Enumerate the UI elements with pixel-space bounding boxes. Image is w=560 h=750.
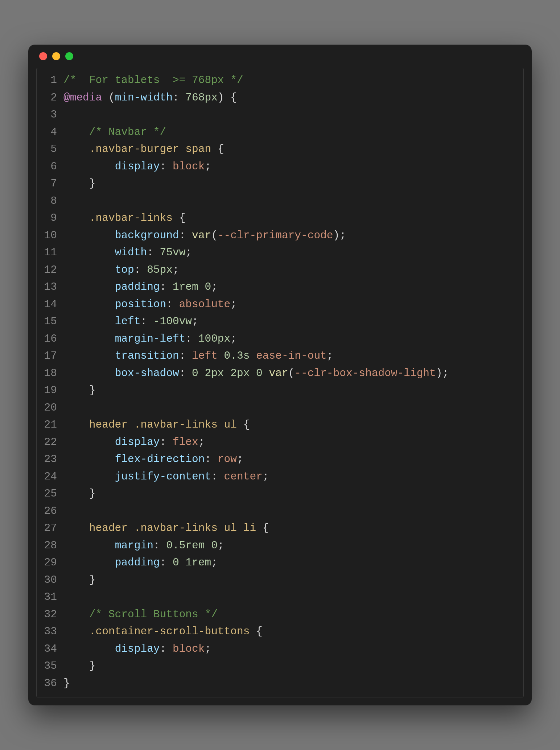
line-number: 26 [38,503,57,520]
code-content: } [63,382,518,399]
code-content: .container-scroll-buttons { [63,623,518,640]
code-line: 10 background: var(--clr-primary-code); [38,227,518,244]
code-content: } [63,175,518,193]
code-line: 31 [38,589,518,606]
line-number: 21 [38,416,57,434]
code-line: 21 header .navbar-links ul { [38,416,518,434]
titlebar [28,45,532,68]
line-number: 27 [38,520,57,537]
line-number: 15 [38,313,57,330]
code-line: 22 display: flex; [38,434,518,451]
code-content: width: 75vw; [63,244,518,261]
code-content: margin: 0.5rem 0; [63,537,518,555]
line-number: 32 [38,606,57,623]
code-line: 34 display: block; [38,640,518,658]
code-line: 8 [38,193,518,210]
line-number: 24 [38,468,57,486]
code-content: margin-left: 100px; [63,330,518,348]
code-line: 1/* For tablets >= 768px */ [38,72,518,89]
code-content [63,193,518,210]
line-number: 22 [38,434,57,451]
code-content: display: flex; [63,434,518,451]
line-number: 30 [38,572,57,589]
line-number: 3 [38,106,57,124]
code-line: 19 } [38,382,518,399]
code-content: justify-content: center; [63,468,518,486]
code-content [63,503,518,520]
code-line: 33 .container-scroll-buttons { [38,623,518,640]
line-number: 28 [38,537,57,555]
code-content: flex-direction: row; [63,451,518,468]
code-line: 27 header .navbar-links ul li { [38,520,518,537]
code-line: 7 } [38,175,518,193]
code-content: .navbar-burger span { [63,141,518,158]
code-line: 6 display: block; [38,158,518,176]
code-content: } [63,658,518,675]
line-number: 10 [38,227,57,244]
code-content: transition: left 0.3s ease-in-out; [63,347,518,365]
line-number: 36 [38,675,57,692]
code-content: /* For tablets >= 768px */ [63,72,518,89]
code-line: 9 .navbar-links { [38,210,518,227]
code-content: background: var(--clr-primary-code); [63,227,518,244]
code-editor[interactable]: 1/* For tablets >= 768px */2@media (min-… [36,68,524,697]
code-line: 3 [38,106,518,124]
code-line: 23 flex-direction: row; [38,451,518,468]
code-content: box-shadow: 0 2px 2px 0 var(--clr-box-sh… [63,365,518,382]
code-content [63,399,518,417]
line-number: 9 [38,210,57,227]
code-content: /* Navbar */ [63,124,518,141]
code-content: left: -100vw; [63,313,518,330]
code-line: 15 left: -100vw; [38,313,518,330]
line-number: 5 [38,141,57,158]
line-number: 34 [38,640,57,658]
close-icon[interactable] [39,52,47,60]
line-number: 29 [38,554,57,572]
line-number: 12 [38,261,57,279]
code-content: /* Scroll Buttons */ [63,606,518,623]
code-line: 18 box-shadow: 0 2px 2px 0 var(--clr-box… [38,365,518,382]
code-line: 16 margin-left: 100px; [38,330,518,348]
minimize-icon[interactable] [52,52,60,60]
code-content: display: block; [63,158,518,176]
code-content: top: 85px; [63,261,518,279]
line-number: 33 [38,623,57,640]
line-number: 1 [38,72,57,89]
code-line: 5 .navbar-burger span { [38,141,518,158]
code-content: } [63,485,518,503]
code-line: 11 width: 75vw; [38,244,518,261]
code-line: 32 /* Scroll Buttons */ [38,606,518,623]
line-number: 14 [38,296,57,313]
code-content: } [63,572,518,589]
line-number: 13 [38,279,57,296]
line-number: 18 [38,365,57,382]
code-content: display: block; [63,640,518,658]
code-line: 4 /* Navbar */ [38,124,518,141]
code-content: .navbar-links { [63,210,518,227]
code-line: 25 } [38,485,518,503]
code-line: 36} [38,675,518,692]
code-line: 12 top: 85px; [38,261,518,279]
code-window: 1/* For tablets >= 768px */2@media (min-… [28,45,532,705]
code-line: 35 } [38,658,518,675]
code-content: padding: 1rem 0; [63,279,518,296]
code-content: @media (min-width: 768px) { [63,89,518,107]
code-line: 29 padding: 0 1rem; [38,554,518,572]
line-number: 2 [38,89,57,107]
zoom-icon[interactable] [65,52,73,60]
code-content [63,106,518,124]
line-number: 19 [38,382,57,399]
code-line: 14 position: absolute; [38,296,518,313]
line-number: 23 [38,451,57,468]
line-number: 11 [38,244,57,261]
line-number: 20 [38,399,57,417]
code-content [63,589,518,606]
code-line: 24 justify-content: center; [38,468,518,486]
code-line: 13 padding: 1rem 0; [38,279,518,296]
code-content: header .navbar-links ul li { [63,520,518,537]
line-number: 6 [38,158,57,176]
line-number: 31 [38,589,57,606]
code-content: padding: 0 1rem; [63,554,518,572]
code-content: header .navbar-links ul { [63,416,518,434]
line-number: 8 [38,193,57,210]
